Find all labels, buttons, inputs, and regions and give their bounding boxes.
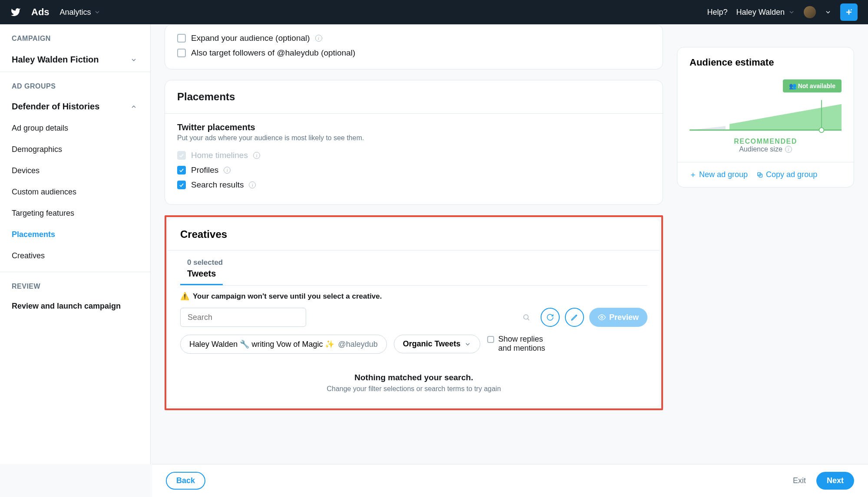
help-link[interactable]: Help? xyxy=(707,8,728,17)
info-icon[interactable]: i xyxy=(224,167,231,174)
chevron-down-icon xyxy=(130,56,137,63)
user-name: Haley Walden xyxy=(736,8,785,17)
placements-desc: Put your ads where your audience is most… xyxy=(177,134,650,142)
expand-audience-checkbox[interactable]: Expand your audience (optional) i xyxy=(177,31,650,46)
placements-title: Placements xyxy=(165,80,663,114)
campaign-header: CAMPAIGN xyxy=(0,24,150,48)
new-group-label: New ad group xyxy=(699,170,748,179)
warning-text: Your campaign won't serve until you sele… xyxy=(193,292,382,301)
adgroup-toggle[interactable]: Defender of Histories xyxy=(0,95,150,118)
ads-label[interactable]: Ads xyxy=(31,7,50,18)
svg-point-7 xyxy=(819,128,824,132)
compose-icon xyxy=(571,313,578,321)
copy-group-label: Copy ad group xyxy=(766,170,817,179)
svg-marker-4 xyxy=(729,104,842,130)
checkbox-icon xyxy=(177,49,186,57)
new-adgroup-link[interactable]: New ad group xyxy=(690,170,748,179)
top-navbar: Ads Analytics Help? Haley Walden xyxy=(0,0,868,24)
search-icon xyxy=(522,313,530,321)
info-icon[interactable]: i xyxy=(785,146,792,153)
audience-estimate-card: Audience estimate 👥 Not available RECOMM… xyxy=(677,47,854,188)
creatives-title: Creatives xyxy=(168,219,660,250)
checkbox-icon xyxy=(177,34,186,43)
sidebar-item-devices[interactable]: Devices xyxy=(0,160,150,181)
audience-estimate-title: Audience estimate xyxy=(677,47,854,78)
avatar[interactable] xyxy=(804,6,816,18)
not-available-badge: 👥 Not available xyxy=(783,79,842,92)
checkbox-icon xyxy=(177,181,186,189)
svg-marker-3 xyxy=(690,126,726,130)
compose-icon xyxy=(845,8,853,16)
copy-adgroup-link[interactable]: Copy ad group xyxy=(756,170,817,179)
sidebar: CAMPAIGN Haley Walden Fiction AD GROUPS … xyxy=(0,24,151,464)
show-replies-checkbox[interactable]: Show replies and mentions xyxy=(487,335,548,353)
warning-icon: ⚠️ xyxy=(180,292,189,301)
campaign-name: Haley Walden Fiction xyxy=(12,55,99,65)
adgroup-name: Defender of Histories xyxy=(12,102,99,112)
recommended-label: RECOMMENDED xyxy=(690,138,842,145)
copy-icon xyxy=(756,171,763,178)
home-label: Home timelines xyxy=(191,151,248,160)
home-timelines-checkbox[interactable]: Home timelines i xyxy=(177,148,650,163)
search-input[interactable] xyxy=(180,308,306,327)
placements-card: Placements Twitter placements Put your a… xyxy=(165,80,663,205)
user-chip-name: Haley Walden 🔧 writing Vow of Magic ✨ xyxy=(189,339,334,349)
user-dropdown[interactable]: Haley Walden xyxy=(736,8,795,17)
twitter-logo-icon xyxy=(10,7,21,17)
svg-line-1 xyxy=(528,319,529,320)
show-replies-label: Show replies and mentions xyxy=(498,335,548,353)
main-content: Expand your audience (optional) i Also t… xyxy=(151,24,677,464)
compose-button[interactable] xyxy=(840,3,858,21)
chevron-down-icon xyxy=(94,9,101,16)
user-chip-handle: @haleydub xyxy=(338,340,377,349)
also-target-label: Also target followers of @haleydub (opti… xyxy=(191,48,355,58)
sidebar-item-placements[interactable]: Placements xyxy=(0,224,150,245)
svg-point-0 xyxy=(524,315,528,319)
also-target-checkbox[interactable]: Also target followers of @haleydub (opti… xyxy=(177,46,650,60)
svg-point-2 xyxy=(601,316,603,319)
review-header: REVIEW xyxy=(0,272,150,296)
profiles-label: Profiles xyxy=(191,165,218,175)
organic-label: Organic Tweets xyxy=(403,339,461,349)
checkbox-icon xyxy=(177,166,186,174)
audience-size-label: Audience size i xyxy=(677,143,854,162)
user-chip[interactable]: Haley Walden 🔧 writing Vow of Magic ✨ @h… xyxy=(180,335,387,354)
expand-label: Expand your audience (optional) xyxy=(191,33,310,43)
compose-tweet-button[interactable] xyxy=(565,308,584,327)
chevron-up-icon xyxy=(130,103,137,110)
sidebar-item-targeting[interactable]: Targeting features xyxy=(0,203,150,224)
chevron-down-icon xyxy=(464,341,471,348)
campaign-selector[interactable]: Haley Walden Fiction xyxy=(0,48,150,72)
sidebar-item-customaudiences[interactable]: Custom audiences xyxy=(0,181,150,203)
tweets-tab[interactable]: Tweets xyxy=(180,267,223,285)
organic-tweets-dropdown[interactable]: Organic Tweets xyxy=(394,335,480,353)
sidebar-item-adgroupdetails[interactable]: Ad group details xyxy=(0,118,150,139)
profiles-checkbox[interactable]: Profiles i xyxy=(177,163,650,178)
searchresults-checkbox[interactable]: Search results i xyxy=(177,178,650,192)
info-icon[interactable]: i xyxy=(253,152,260,159)
info-icon[interactable]: i xyxy=(249,181,256,188)
sidebar-item-demographics[interactable]: Demographics xyxy=(0,139,150,160)
checkbox-icon xyxy=(177,151,186,160)
audience-options-card: Expand your audience (optional) i Also t… xyxy=(165,24,663,69)
sidebar-item-review[interactable]: Review and launch campaign xyxy=(0,296,150,317)
preview-label: Preview xyxy=(609,313,639,322)
creatives-highlight: Creatives 0 selected Tweets ⚠️ Your camp… xyxy=(165,215,663,410)
refresh-icon xyxy=(546,313,554,321)
sidebar-item-creatives[interactable]: Creatives xyxy=(0,245,150,267)
empty-desc: Change your filter selections or search … xyxy=(180,385,647,393)
plus-icon xyxy=(690,171,696,178)
chevron-down-icon xyxy=(788,9,795,16)
adgroups-header: AD GROUPS xyxy=(0,72,150,95)
chevron-down-icon xyxy=(825,9,832,16)
info-icon[interactable]: i xyxy=(315,35,322,42)
eye-icon xyxy=(598,313,606,321)
selected-count: 0 selected xyxy=(180,258,647,267)
analytics-label: Analytics xyxy=(60,8,91,17)
refresh-button[interactable] xyxy=(541,308,560,327)
empty-title: Nothing matched your search. xyxy=(180,373,647,382)
analytics-dropdown[interactable]: Analytics xyxy=(60,8,101,17)
preview-button[interactable]: Preview xyxy=(589,308,647,327)
search-label: Search results xyxy=(191,180,244,190)
twitter-placements-label: Twitter placements xyxy=(177,122,650,132)
